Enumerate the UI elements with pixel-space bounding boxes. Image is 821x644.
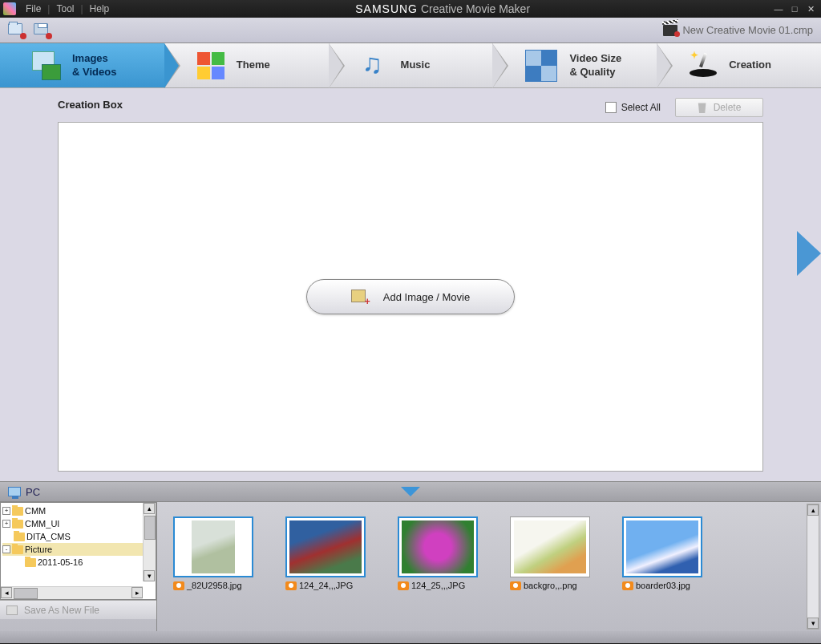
step-creation[interactable]: Creation — [657, 43, 821, 87]
thumbnail-item[interactable]: 124_24,,,JPG — [285, 516, 366, 626]
thumbnail-grid: _82U2958.jpg 124_24,,,JPG 124_25,,,JPG b… — [156, 502, 821, 631]
thumbnail-image — [402, 520, 474, 573]
main-area: Creation Box Select All Delete Add Image… — [0, 88, 821, 481]
project-name: New Creative Movie 01.cmp — [682, 24, 813, 36]
video-size-icon — [525, 50, 557, 82]
folder-tree[interactable]: + CMM + CMM_UI DITA_CMS - Pictu — [1, 503, 156, 599]
expand-icon[interactable]: + — [2, 520, 10, 528]
step-music[interactable]: Music — [329, 43, 493, 87]
camera-icon — [398, 581, 409, 590]
select-all-control[interactable]: Select All — [605, 102, 661, 113]
step-label: Images & Videos — [72, 52, 116, 79]
tree-horizontal-scrollbar[interactable]: ◂▸ — [1, 586, 143, 599]
next-step-arrow[interactable] — [797, 231, 821, 276]
creation-icon — [687, 50, 719, 82]
folder-icon — [25, 558, 36, 567]
camera-icon — [510, 581, 521, 590]
delete-button[interactable]: Delete — [675, 98, 763, 117]
project-icon — [663, 25, 677, 36]
tree-item-picture[interactable]: - Picture — [2, 543, 154, 556]
open-project-button[interactable] — [8, 23, 24, 38]
minimize-button[interactable]: — — [771, 3, 786, 14]
trash-icon — [698, 102, 707, 113]
folder-tree-panel: + CMM + CMM_UI DITA_CMS - Pictu — [0, 502, 156, 600]
pc-label: PC — [26, 486, 40, 498]
folder-icon — [12, 545, 23, 554]
expand-icon[interactable]: - — [2, 545, 10, 553]
tree-item-dita-cms[interactable]: DITA_CMS — [2, 530, 154, 543]
camera-icon — [285, 581, 297, 590]
tree-vertical-scrollbar[interactable]: ▴▾ — [143, 503, 156, 581]
menu-file[interactable]: File — [21, 3, 46, 14]
step-label: Music — [401, 59, 431, 72]
thumbnails-scrollbar[interactable]: ▴▾ — [807, 504, 819, 630]
step-video-size[interactable]: Video Size & Quality — [492, 43, 657, 87]
thumbnail-item[interactable]: 124_25,,,JPG — [398, 516, 478, 626]
tree-item-cmm[interactable]: + CMM — [2, 504, 154, 517]
creation-box[interactable]: Add Image / Movie — [58, 122, 763, 472]
folder-icon — [14, 533, 25, 541]
step-label: Creation — [729, 59, 771, 72]
theme-icon — [195, 50, 227, 82]
add-image-movie-button[interactable]: Add Image / Movie — [306, 279, 515, 314]
disk-icon — [6, 606, 18, 615]
expand-icon[interactable]: + — [2, 507, 10, 515]
app-title: SAMSUNG Creative Movie Maker — [114, 2, 771, 15]
menu-tool[interactable]: Tool — [51, 3, 79, 14]
browser-header: PC — [0, 481, 821, 502]
thumbnail-item[interactable]: backgro,,.png — [510, 516, 590, 626]
thumbnail-item[interactable]: _82U2958.jpg — [173, 516, 253, 626]
folder-icon — [12, 507, 23, 516]
step-theme[interactable]: Theme — [164, 43, 329, 87]
maximize-button[interactable]: □ — [787, 3, 802, 14]
save-as-new-file-button[interactable]: Save As New File — [0, 600, 156, 619]
close-button[interactable]: ✕ — [803, 3, 818, 14]
select-all-label: Select All — [621, 102, 661, 113]
thumbnail-image — [192, 520, 235, 573]
step-label: Theme — [237, 59, 270, 72]
camera-icon — [622, 581, 633, 590]
status-bar — [0, 631, 821, 643]
select-all-checkbox[interactable] — [605, 102, 617, 113]
save-project-button[interactable] — [34, 23, 50, 38]
file-browser: + CMM + CMM_UI DITA_CMS - Pictu — [0, 502, 821, 631]
thumbnail-image — [514, 520, 586, 573]
toolbar: New Creative Movie 01.cmp — [0, 18, 821, 43]
tree-item-date[interactable]: 2011-05-16 — [2, 556, 154, 569]
thumbnail-image — [626, 520, 698, 573]
collapse-browser-button[interactable] — [401, 487, 420, 496]
thumbnail-image — [289, 520, 362, 573]
thumbnail-item[interactable]: boarder03.jpg — [622, 516, 702, 626]
title-bar: File | Tool | Help SAMSUNG Creative Movi… — [0, 0, 821, 18]
tree-item-cmm-ui[interactable]: + CMM_UI — [2, 517, 154, 530]
add-media-icon — [351, 290, 367, 304]
step-label: Video Size & Quality — [569, 52, 621, 79]
section-title: Creation Box — [58, 99, 123, 111]
workflow-steps: Images & Videos Theme Music Video Size &… — [0, 43, 821, 88]
step-images-videos[interactable]: Images & Videos — [0, 43, 164, 87]
menu-help[interactable]: Help — [85, 3, 115, 14]
images-videos-icon — [30, 50, 63, 82]
music-icon — [359, 50, 391, 82]
camera-icon — [173, 581, 184, 590]
folder-icon — [12, 520, 23, 529]
app-icon — [3, 2, 16, 15]
pc-icon — [8, 487, 21, 496]
